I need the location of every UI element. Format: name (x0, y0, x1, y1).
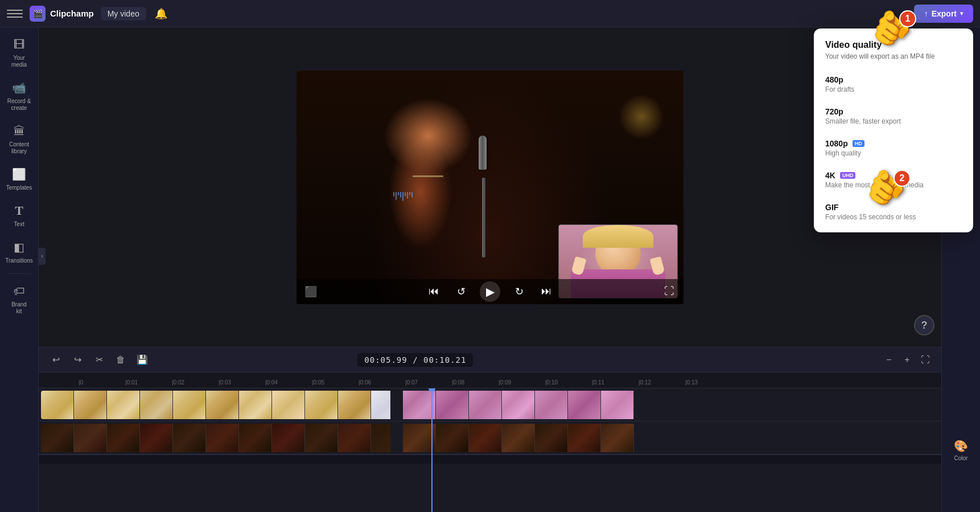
option-1080p-title: 1080p HD (825, 139, 962, 148)
ruler-mark-01: |0:01 (125, 379, 138, 386)
sidebar-collapse-button[interactable]: › (39, 248, 46, 265)
waveform-overlay (393, 192, 413, 201)
timecode-display: 00:05.99 / 00:10.21 (357, 353, 473, 367)
cut-button[interactable]: ✂ (91, 352, 107, 368)
quality-option-1080p[interactable]: 1080p HD High quality (814, 132, 973, 164)
screenshot-button[interactable]: ⬛ (302, 283, 319, 300)
mic-stand (482, 178, 485, 257)
video-controls-bar: ⬛ ⏮ ↺ ▶ ↻ ⏭ ⛶ (297, 279, 683, 304)
track-strip-2a[interactable] (41, 424, 390, 452)
skip-forward-button[interactable]: ⏭ (538, 283, 555, 300)
project-name[interactable]: My video (101, 7, 146, 21)
video-preview: ⬛ ⏮ ↺ ▶ ↻ ⏭ ⛶ (297, 71, 683, 304)
track-1-inner (39, 388, 941, 421)
ruler-mark-07: |0:07 (405, 379, 418, 386)
sidebar-item-your-media[interactable]: 🎞 Your media (3, 32, 36, 73)
uhd-badge: UHD (840, 172, 856, 179)
ruler-mark-10: |0:10 (545, 379, 558, 386)
zoom-out-button[interactable]: − (882, 353, 896, 367)
option-gif-title: GIF (825, 203, 962, 212)
export-icon: ↑ (924, 9, 928, 18)
help-button[interactable]: ? (914, 315, 934, 335)
track-strip-2b[interactable] (403, 424, 642, 452)
playhead[interactable] (431, 388, 433, 512)
option-720p-title: 720p (825, 107, 962, 116)
track-row-2 (39, 421, 941, 454)
track-row-1 (39, 388, 941, 421)
preview-area: ⬛ ⏮ ↺ ▶ ↻ ⏭ ⛶ (39, 27, 941, 347)
skip-back-button[interactable]: ⏮ (425, 283, 442, 300)
track-1-gap (390, 391, 403, 419)
quality-option-gif[interactable]: GIF For videos 15 seconds or less (814, 196, 973, 228)
timeline-toolbar: ↩ ↪ ✂ 🗑 💾 00:05.99 / 00:10.21 − + ⛶ (39, 347, 941, 372)
ruler-mark-06: |0:06 (359, 379, 371, 386)
fullscreen-button[interactable]: ⛶ (661, 283, 678, 300)
sidebar-item-templates[interactable]: ⬜ Templates (3, 162, 36, 196)
sidebar-item-transitions[interactable]: ◧ Transitions (3, 235, 36, 269)
quality-option-720p[interactable]: 720p Smaller file, faster export (814, 100, 973, 132)
brand-kit-icon: 🏷 (11, 283, 27, 299)
undo-button[interactable]: ↩ (48, 352, 64, 368)
ruler-mark-02: |0:02 (172, 379, 184, 386)
templates-icon: ⬜ (11, 166, 27, 182)
timeline-scrollbar[interactable] (39, 454, 941, 464)
record-create-icon: 📹 (11, 80, 27, 96)
zoom-fit-button[interactable]: ⛶ (919, 353, 932, 367)
light-glow (619, 94, 664, 140)
app-logo: 🎬 Clipchamp (30, 6, 94, 22)
play-button[interactable]: ▶ (480, 281, 500, 302)
ruler-mark-12: |0:12 (639, 379, 651, 386)
save-button[interactable]: 💾 (134, 352, 150, 368)
color-label: Color (954, 455, 968, 462)
delete-button[interactable]: 🗑 (113, 352, 129, 368)
sidebar-item-record-create[interactable]: 📹 Record &create (3, 75, 36, 116)
microphone-body (479, 136, 487, 170)
export-chevron-icon: ▾ (960, 10, 963, 17)
export-button[interactable]: ↑ Export ▾ (914, 5, 973, 23)
option-480p-title: 480p (825, 75, 962, 84)
text-icon: T (11, 203, 27, 219)
sidebar-label-text: Text (14, 221, 24, 228)
sidebar-label-brand-kit: Brandkit (11, 301, 27, 315)
hamburger-menu[interactable] (7, 6, 23, 22)
ruler-mark-03: |0:03 (219, 379, 231, 386)
your-media-icon: 🎞 (11, 36, 27, 52)
track-strip-1b[interactable] (403, 391, 642, 419)
ruler-mark-05: |0:05 (312, 379, 324, 386)
sidebar-label-your-media: Your media (5, 55, 34, 68)
redo-button[interactable]: ↪ (69, 352, 85, 368)
zoom-controls: − + ⛶ (882, 353, 932, 367)
rewind-button[interactable]: ↺ (452, 283, 470, 300)
topbar: 🎬 Clipchamp My video 🔔 ↑ Export ▾ (0, 0, 980, 27)
content-library-icon: 🏛 (11, 123, 27, 139)
content-area: ⬛ ⏮ ↺ ▶ ↻ ⏭ ⛶ ↩ ↪ ✂ 🗑 💾 00:05.99 / 00:10… (39, 27, 941, 512)
sidebar-item-text[interactable]: T Text (3, 198, 36, 232)
color-icon: 🎨 (954, 439, 968, 453)
jewelry-detail (413, 175, 443, 177)
transitions-icon: ◧ (11, 239, 27, 255)
zoom-in-button[interactable]: + (900, 353, 914, 367)
dropdown-title: Video quality (814, 40, 973, 52)
dropdown-subtitle: Your video will export as an MP4 file (814, 52, 973, 68)
hair (583, 225, 654, 248)
timeline-ruler: |0 |0:01 |0:02 |0:03 |0:04 |0:05 |0:06 |… (39, 372, 941, 388)
option-720p-desc: Smaller file, faster export (825, 117, 962, 125)
notification-bell[interactable]: 🔔 (153, 6, 169, 22)
track-2-inner (39, 421, 941, 454)
logo-icon: 🎬 (30, 6, 46, 22)
sidebar-item-content-library[interactable]: 🏛 Contentlibrary (3, 118, 36, 159)
quality-option-480p[interactable]: 480p For drafts (814, 68, 973, 100)
tracks-wrapper (39, 388, 941, 512)
hd-badge: HD (853, 140, 864, 147)
sidebar-item-brand-kit[interactable]: 🏷 Brandkit (3, 278, 36, 320)
option-1080p-desc: High quality (825, 149, 962, 157)
track-strip-1a[interactable] (41, 391, 390, 419)
quality-option-4k[interactable]: 4K UHD Make the most of your 4K media (814, 164, 973, 196)
sidebar-label-transitions: Transitions (5, 257, 33, 264)
sidebar-divider (8, 273, 31, 274)
right-panel-color[interactable]: 🎨 Color (946, 435, 977, 466)
forward-button[interactable]: ↻ (510, 283, 528, 300)
sidebar-label-templates: Templates (6, 185, 32, 191)
export-label: Export (932, 9, 957, 18)
option-gif-desc: For videos 15 seconds or less (825, 213, 962, 221)
